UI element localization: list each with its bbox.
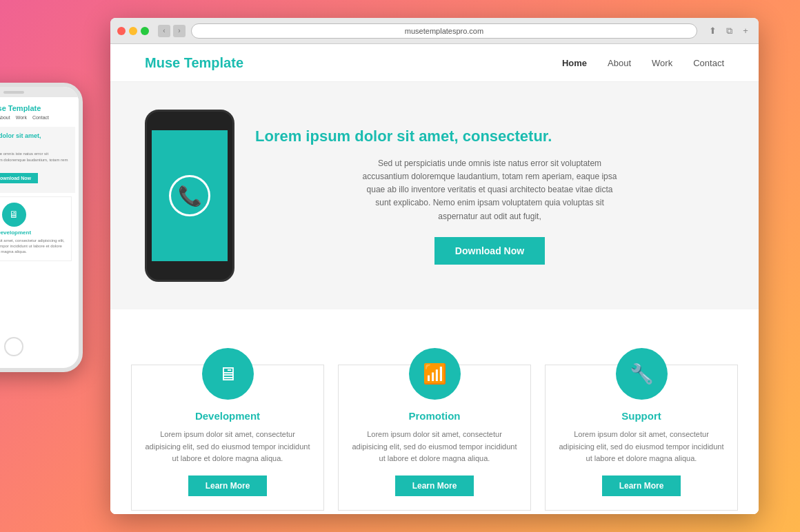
service-title-development: Development bbox=[142, 410, 313, 422]
mobile-service-body: Lorem ipsum dolor sit amet, consectetur … bbox=[0, 238, 66, 255]
tabs-icon[interactable]: ⧉ bbox=[723, 25, 735, 37]
service-card-support: 🔧 Support Lorem ipsum dolor sit amet, co… bbox=[545, 365, 738, 511]
site-content: Muse Template Home About Work Contact 📞 … bbox=[110, 44, 759, 514]
nav-contact[interactable]: Contact bbox=[693, 58, 724, 68]
nav-home[interactable]: Home bbox=[562, 58, 587, 68]
site-header: Muse Template Home About Work Contact bbox=[110, 44, 759, 82]
hero-section: 📞 Lorem ipsum dolor sit amet, consectetu… bbox=[110, 82, 759, 309]
browser-nav: ‹ › bbox=[158, 25, 186, 37]
traffic-lights bbox=[117, 27, 149, 35]
site-logo: Muse Template bbox=[145, 55, 243, 71]
mobile-download-button[interactable]: Download Now bbox=[0, 173, 38, 183]
learn-more-support[interactable]: Learn More bbox=[602, 475, 681, 496]
service-icon-development: 🖥 bbox=[202, 348, 254, 400]
url-text: musetemplatespro.com bbox=[405, 27, 483, 35]
service-body-development: Lorem ipsum dolor sit amet, consectetur … bbox=[142, 429, 313, 465]
hero-text: Lorem ipsum dolor sit amet, consectetur.… bbox=[255, 127, 724, 265]
maximize-button[interactable] bbox=[141, 27, 149, 35]
hero-title: Lorem ipsum dolor sit amet, consectetur. bbox=[255, 127, 724, 147]
address-bar[interactable]: musetemplatespro.com bbox=[191, 23, 697, 39]
mobile-service-icon: 🖥 bbox=[2, 203, 26, 227]
mobile-screen: Muse Template Home About Work Contact Lo… bbox=[0, 97, 79, 331]
mobile-service-card: 🖥 Development Lorem ipsum dolor sit amet… bbox=[0, 196, 72, 261]
phone-screen: 📞 bbox=[152, 130, 228, 261]
service-icon-promotion: 📶 bbox=[409, 348, 461, 400]
service-title-support: Support bbox=[556, 410, 727, 422]
phone-mockup: 📞 bbox=[145, 110, 234, 282]
service-icon-support: 🔧 bbox=[616, 348, 668, 400]
share-icon[interactable]: ⬆ bbox=[706, 25, 719, 37]
mobile-hero-title: Lorem ipsum dolor sit amet, consectetur. bbox=[0, 132, 70, 148]
browser-chrome: ‹ › musetemplatespro.com ⬆ ⧉ + bbox=[110, 18, 759, 44]
learn-more-promotion[interactable]: Learn More bbox=[395, 475, 474, 496]
mobile-nav-contact: Contact bbox=[32, 115, 49, 120]
learn-more-development[interactable]: Learn More bbox=[188, 475, 268, 496]
forward-button[interactable]: › bbox=[173, 25, 186, 37]
mobile-nav: Home About Work Contact bbox=[0, 115, 70, 120]
mobile-hero-section: Lorem ipsum dolor sit amet, consectetur.… bbox=[0, 127, 75, 193]
service-title-promotion: Promotion bbox=[349, 410, 520, 422]
back-button[interactable]: ‹ bbox=[158, 25, 170, 37]
mobile-logo: Muse Template bbox=[0, 104, 70, 112]
close-button[interactable] bbox=[117, 27, 126, 35]
mobile-home-button bbox=[4, 337, 23, 356]
mobile-home-indicator bbox=[0, 331, 79, 356]
mobile-service-title: Development bbox=[0, 229, 66, 236]
minimize-button[interactable] bbox=[129, 27, 137, 35]
mobile-header: Muse Template Home About Work Contact bbox=[0, 101, 75, 127]
nav-about[interactable]: About bbox=[608, 58, 631, 68]
service-card-development: 🖥 Development Lorem ipsum dolor sit amet… bbox=[131, 365, 324, 511]
nav-work[interactable]: Work bbox=[652, 58, 672, 68]
site-nav: Home About Work Contact bbox=[562, 58, 724, 68]
download-button[interactable]: Download Now bbox=[434, 237, 545, 265]
extensions-icon[interactable]: + bbox=[739, 25, 752, 37]
services-section: 🖥 Development Lorem ipsum dolor sit amet… bbox=[110, 351, 759, 514]
service-body-promotion: Lorem ipsum dolor sit amet, consectetur … bbox=[349, 429, 520, 465]
browser-window: ‹ › musetemplatespro.com ⬆ ⧉ + Muse Temp… bbox=[110, 18, 759, 514]
mobile-nav-work: Work bbox=[16, 115, 27, 120]
mobile-speaker bbox=[3, 91, 24, 94]
browser-actions: ⬆ ⧉ + bbox=[706, 25, 752, 37]
mobile-hero-body: Sed ut perspiciatis unde omnis iste natu… bbox=[0, 151, 70, 168]
service-card-promotion: 📶 Promotion Lorem ipsum dolor sit amet, … bbox=[338, 365, 531, 511]
mobile-nav-about: About bbox=[0, 115, 10, 120]
hero-body: Sed ut perspiciatis unde omnis iste natu… bbox=[359, 157, 621, 223]
mobile-phone-overlay: Muse Template Home About Work Contact Lo… bbox=[0, 83, 83, 372]
phone-call-icon: 📞 bbox=[169, 175, 210, 216]
service-body-support: Lorem ipsum dolor sit amet, consectetur … bbox=[556, 429, 727, 465]
